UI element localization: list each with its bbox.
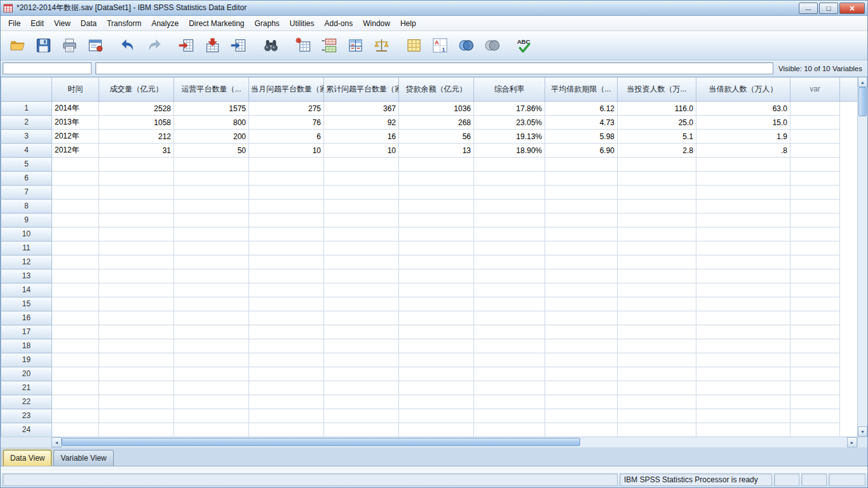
- toolbar-variable-labels-button[interactable]: A1: [428, 34, 451, 57]
- row-header-16[interactable]: 16: [1, 311, 52, 325]
- column-header-1[interactable]: 时间: [52, 78, 99, 102]
- data-cell[interactable]: [790, 172, 840, 186]
- data-cell[interactable]: [324, 186, 399, 200]
- data-cell[interactable]: [52, 241, 99, 255]
- data-cell[interactable]: [99, 339, 174, 353]
- column-header-6[interactable]: 贷款余额（亿元）: [399, 78, 474, 102]
- data-cell[interactable]: 275: [249, 102, 324, 116]
- data-cell[interactable]: 2.8: [618, 144, 696, 158]
- data-cell[interactable]: [99, 186, 174, 200]
- data-cell[interactable]: [99, 158, 174, 172]
- data-cell[interactable]: 6.12: [545, 102, 618, 116]
- row-header-21[interactable]: 21: [1, 381, 52, 395]
- scroll-right-icon[interactable]: [847, 437, 857, 447]
- data-cell[interactable]: [790, 283, 840, 297]
- data-cell[interactable]: [545, 172, 618, 186]
- data-cell[interactable]: [545, 200, 618, 214]
- data-cell[interactable]: [790, 311, 840, 325]
- data-cell[interactable]: [174, 353, 249, 367]
- column-header-8[interactable]: 平均借款期限（...: [545, 78, 618, 102]
- data-cell[interactable]: [618, 409, 696, 423]
- data-cell[interactable]: [696, 353, 790, 367]
- data-cell[interactable]: [474, 297, 545, 311]
- data-cell[interactable]: [249, 283, 324, 297]
- data-cell[interactable]: [696, 311, 790, 325]
- data-cell[interactable]: [545, 325, 618, 339]
- menu-item-window[interactable]: Window: [358, 17, 395, 30]
- data-cell[interactable]: [399, 283, 474, 297]
- data-cell[interactable]: [696, 158, 790, 172]
- column-header-4[interactable]: 当月问题平台数量（家）: [249, 78, 324, 102]
- data-cell[interactable]: 800: [174, 116, 249, 130]
- cell-editor-field[interactable]: [95, 62, 773, 74]
- column-header-7[interactable]: 综合利率: [474, 78, 545, 102]
- data-cell[interactable]: [696, 214, 790, 227]
- data-cell[interactable]: [249, 381, 324, 395]
- data-cell[interactable]: [99, 227, 174, 241]
- grid-corner-cell[interactable]: [1, 78, 52, 102]
- data-cell[interactable]: [474, 423, 545, 437]
- data-cell[interactable]: [399, 325, 474, 339]
- data-cell[interactable]: [545, 283, 618, 297]
- row-header-12[interactable]: 12: [1, 255, 52, 269]
- data-cell[interactable]: [696, 297, 790, 311]
- data-cell[interactable]: [249, 158, 324, 172]
- data-cell[interactable]: [618, 200, 696, 214]
- row-header-4[interactable]: 4: [1, 144, 52, 158]
- data-cell[interactable]: [790, 381, 840, 395]
- data-cell[interactable]: [474, 158, 545, 172]
- data-cell[interactable]: [618, 325, 696, 339]
- data-cell[interactable]: 31: [99, 144, 174, 158]
- data-cell[interactable]: 17.86%: [474, 102, 545, 116]
- toolbar-value-labels-button[interactable]: [344, 34, 367, 57]
- data-cell[interactable]: [52, 172, 99, 186]
- data-cell[interactable]: [324, 158, 399, 172]
- data-cell[interactable]: [174, 172, 249, 186]
- data-cell[interactable]: 116.0: [618, 102, 696, 116]
- data-cell[interactable]: [618, 367, 696, 381]
- data-cell[interactable]: [324, 200, 399, 214]
- data-cell[interactable]: [474, 367, 545, 381]
- row-header-18[interactable]: 18: [1, 339, 52, 353]
- data-cell[interactable]: 19.13%: [474, 130, 545, 144]
- menu-item-data[interactable]: Data: [76, 17, 102, 30]
- menu-item-help[interactable]: Help: [395, 17, 421, 30]
- close-button[interactable]: [839, 3, 865, 14]
- data-cell[interactable]: [399, 255, 474, 269]
- data-cell[interactable]: [545, 409, 618, 423]
- data-cell[interactable]: [474, 339, 545, 353]
- data-cell[interactable]: [696, 423, 790, 437]
- data-cell[interactable]: [696, 283, 790, 297]
- data-cell[interactable]: [474, 172, 545, 186]
- data-cell[interactable]: [474, 214, 545, 227]
- data-cell[interactable]: [174, 269, 249, 283]
- data-cell[interactable]: [399, 200, 474, 214]
- data-cell[interactable]: [324, 325, 399, 339]
- data-cell[interactable]: [174, 409, 249, 423]
- data-cell[interactable]: [618, 297, 696, 311]
- data-cell[interactable]: [399, 172, 474, 186]
- toolbar-goto-variable-button[interactable]: [227, 34, 250, 57]
- data-cell[interactable]: [52, 325, 99, 339]
- row-header-2[interactable]: 2: [1, 116, 52, 130]
- toolbar-insert-cases-button[interactable]: [201, 34, 224, 57]
- data-cell[interactable]: [696, 395, 790, 409]
- toolbar-split-file-button[interactable]: [318, 34, 341, 57]
- data-cell[interactable]: 2012年: [52, 130, 99, 144]
- data-cell[interactable]: [324, 214, 399, 227]
- data-cell[interactable]: [249, 227, 324, 241]
- data-cell[interactable]: [249, 269, 324, 283]
- data-cell[interactable]: [790, 297, 840, 311]
- data-cell[interactable]: [399, 241, 474, 255]
- row-header-8[interactable]: 8: [1, 200, 52, 214]
- data-cell[interactable]: [545, 367, 618, 381]
- data-cell[interactable]: [324, 409, 399, 423]
- data-cell[interactable]: [618, 283, 696, 297]
- data-cell[interactable]: [249, 311, 324, 325]
- data-cell[interactable]: [790, 158, 840, 172]
- toolbar-spell-check-button[interactable]: ABC: [513, 34, 536, 57]
- toolbar-undo-button[interactable]: [116, 34, 139, 57]
- data-cell[interactable]: 1036: [399, 102, 474, 116]
- menu-item-utilities[interactable]: Utilities: [285, 17, 320, 30]
- scroll-up-icon[interactable]: [858, 77, 867, 87]
